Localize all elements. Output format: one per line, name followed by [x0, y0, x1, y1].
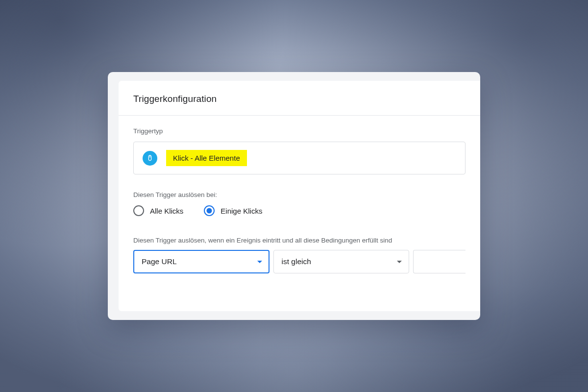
condition-operator-select[interactable]: ist gleich: [273, 250, 410, 273]
condition-variable-select[interactable]: Page URL: [133, 250, 270, 273]
radio-some-clicks[interactable]: Einige Klicks: [204, 205, 262, 216]
condition-row: Page URL ist gleich: [133, 250, 466, 273]
conditions-label: Diesen Trigger auslösen, wenn ein Ereign…: [133, 237, 466, 244]
select-value-text: ist gleich: [282, 257, 311, 266]
trigger-type-selector[interactable]: Klick - Alle Elemente: [133, 142, 466, 174]
panel-title: Triggerkonfiguration: [133, 94, 466, 104]
dialog-backdrop-card: Triggerkonfiguration Triggertyp Klick - …: [108, 72, 480, 320]
fire-on-radio-group: Alle Klicks Einige Klicks: [133, 205, 466, 216]
radio-indicator: [133, 205, 144, 216]
radio-label: Alle Klicks: [150, 207, 183, 215]
trigger-type-name: Klick - Alle Elemente: [166, 150, 247, 166]
trigger-type-label: Triggertyp: [133, 127, 466, 135]
panel-body: Triggertyp Klick - Alle Elemente Diesen …: [119, 116, 480, 273]
radio-all-clicks[interactable]: Alle Klicks: [133, 205, 183, 216]
select-value-text: Page URL: [142, 257, 177, 266]
chevron-down-icon: [397, 261, 402, 263]
trigger-config-panel: Triggerkonfiguration Triggertyp Klick - …: [119, 81, 480, 311]
chevron-down-icon: [257, 261, 262, 263]
radio-label: Einige Klicks: [220, 207, 262, 215]
condition-value-input[interactable]: [413, 250, 466, 273]
panel-header: Triggerkonfiguration: [119, 81, 480, 116]
fire-on-label: Diesen Trigger auslösen bei:: [133, 191, 466, 198]
radio-indicator: [204, 205, 215, 216]
mouse-click-icon: [143, 151, 157, 166]
